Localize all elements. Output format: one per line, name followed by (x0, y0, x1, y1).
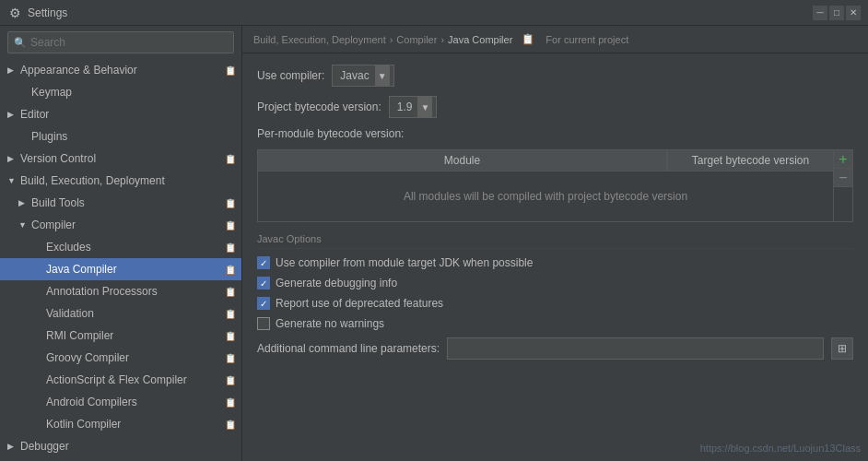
chevron-icon: ▼ (18, 220, 28, 230)
item-badge: 📋 (225, 397, 236, 408)
sidebar-item-excludes[interactable]: Excludes 📋 (0, 236, 241, 258)
maximize-button[interactable]: □ (829, 6, 844, 20)
table-col-module-header: Module (258, 150, 667, 171)
breadcrumb-part-2: Compiler (396, 34, 437, 45)
checkbox-debugging-label: Generate debugging info (276, 277, 397, 290)
chevron-icon: ▼ (7, 176, 17, 185)
item-badge: 📋 (225, 154, 236, 164)
project-bytecode-label: Project bytecode version: (257, 100, 381, 113)
sidebar-item-appearance[interactable]: ▶ Appearance & Behavior 📋 (0, 59, 241, 81)
search-box[interactable]: 🔍 (7, 31, 234, 53)
sidebar-item-keymap[interactable]: Keymap (0, 81, 241, 103)
sidebar-item-label: Debugger (20, 440, 69, 453)
item-badge: 📋 (225, 265, 236, 275)
chevron-icon: ▶ (7, 65, 17, 75)
sidebar-item-kotlin-compiler[interactable]: Kotlin Compiler 📋 (0, 413, 241, 435)
table-header: Module Target bytecode version (258, 150, 833, 171)
table-empty-message: All modules will be compiled with projec… (258, 171, 833, 221)
cmd-input[interactable] (447, 337, 824, 360)
sidebar-item-android-compilers[interactable]: Android Compilers 📋 (0, 391, 241, 413)
breadcrumb-part-1: Build, Execution, Deployment (253, 34, 386, 45)
main-container: 🔍 ▶ Appearance & Behavior 📋 Keymap ▶ Edi… (0, 26, 868, 461)
checkbox-debugging[interactable]: ✓ (257, 277, 270, 290)
search-input[interactable] (30, 36, 228, 49)
breadcrumb-for-project: For current project (545, 34, 628, 45)
sidebar: 🔍 ▶ Appearance & Behavior 📋 Keymap ▶ Edi… (0, 26, 242, 461)
sidebar-item-validation[interactable]: Validation 📋 (0, 302, 241, 325)
project-bytecode-dropdown-btn[interactable]: ▼ (417, 97, 432, 117)
sidebar-item-label: Compiler (31, 219, 76, 231)
checkbox-row-deprecated: ✓ Report use of deprecated features (257, 297, 853, 310)
sidebar-item-label: Android Compilers (46, 396, 137, 408)
item-badge: 📋 (225, 220, 236, 230)
sidebar-item-debugger[interactable]: ▶ Debugger (0, 435, 241, 457)
use-compiler-row: Use compiler: Javac ▼ (257, 65, 853, 87)
sidebar-item-rmi-compiler[interactable]: RMI Compiler 📋 (0, 325, 241, 347)
item-badge: 📋 (225, 242, 236, 253)
table-side-buttons: + − (833, 150, 852, 221)
item-badge: 📋 (225, 287, 236, 297)
sidebar-item-label: Keymap (31, 86, 72, 99)
sidebar-item-java-compiler[interactable]: Java Compiler 📋 (0, 258, 241, 280)
per-module-row: Per-module bytecode version: (257, 127, 853, 140)
checkbox-no-warnings[interactable] (257, 317, 270, 330)
checkbox-deprecated[interactable]: ✓ (257, 297, 270, 310)
table-remove-button[interactable]: − (834, 169, 852, 187)
use-compiler-label: Use compiler: (257, 69, 324, 82)
breadcrumb-sep-1: › (390, 34, 393, 45)
sidebar-item-label: Groovy Compiler (46, 351, 129, 364)
settings-icon: ⚙ (7, 6, 22, 20)
sidebar-item-label: Excludes (46, 241, 91, 254)
sidebar-item-label: ActionScript & Flex Compiler (46, 373, 187, 386)
sidebar-item-build-tools[interactable]: ▶ Build Tools 📋 (0, 192, 241, 214)
use-compiler-dropdown-btn[interactable]: ▼ (375, 65, 390, 86)
sidebar-item-actionscript-flex[interactable]: ActionScript & Flex Compiler 📋 (0, 369, 241, 391)
sidebar-item-label: RMI Compiler (46, 329, 113, 342)
cmd-expand-button[interactable]: ⊞ (831, 337, 853, 360)
sidebar-item-editor[interactable]: ▶ Editor (0, 103, 241, 125)
window-title: Settings (28, 6, 67, 19)
table-add-button[interactable]: + (834, 150, 852, 169)
sidebar-item-plugins[interactable]: Plugins (0, 125, 241, 148)
checkbox-row-use-compiler: ✓ Use compiler from module target JDK wh… (257, 256, 853, 269)
minimize-button[interactable]: ─ (813, 6, 827, 20)
checkbox-row-no-warnings: Generate no warnings (257, 317, 853, 330)
javac-options-label: Javac Options (257, 233, 853, 249)
sidebar-item-annotation-processors[interactable]: Annotation Processors 📋 (0, 280, 241, 302)
item-badge: 📋 (225, 65, 236, 76)
item-badge: 📋 (225, 198, 236, 208)
sidebar-item-label: Version Control (20, 152, 96, 165)
sidebar-item-label: Java Compiler (46, 263, 117, 276)
sidebar-item-label: Editor (20, 108, 49, 121)
check-icon: ✓ (260, 278, 267, 289)
project-bytecode-select[interactable]: 1.9 ▼ (389, 96, 438, 118)
sidebar-item-version-control[interactable]: ▶ Version Control 📋 (0, 148, 241, 170)
check-icon: ✓ (260, 299, 267, 309)
module-table-container: Module Target bytecode version All modul… (257, 149, 853, 222)
sidebar-item-label: Appearance & Behavior (20, 64, 137, 77)
item-badge: 📋 (225, 331, 236, 341)
use-compiler-select[interactable]: Javac ▼ (332, 65, 393, 87)
chevron-icon: ▶ (18, 198, 28, 207)
sidebar-item-deployment[interactable]: ▶ Deployment (0, 457, 241, 461)
cmd-label: Additional command line parameters: (257, 342, 440, 355)
project-bytecode-value: 1.9 (393, 100, 416, 113)
project-bytecode-row: Project bytecode version: 1.9 ▼ (257, 96, 853, 118)
checkbox-use-compiler[interactable]: ✓ (257, 256, 270, 269)
module-table: Module Target bytecode version All modul… (258, 150, 833, 221)
search-icon: 🔍 (14, 37, 27, 49)
sidebar-item-compiler[interactable]: ▼ Compiler 📋 (0, 214, 241, 236)
sidebar-item-label: Kotlin Compiler (46, 418, 121, 431)
title-bar: ⚙ Settings ─ □ ✕ (0, 0, 868, 26)
item-badge: 📋 (225, 309, 236, 319)
close-button[interactable]: ✕ (846, 6, 861, 20)
chevron-icon: ▶ (7, 154, 17, 163)
sidebar-item-groovy-compiler[interactable]: Groovy Compiler 📋 (0, 347, 241, 369)
checkbox-use-compiler-label: Use compiler from module target JDK when… (276, 256, 533, 269)
content-area: Build, Execution, Deployment › Compiler … (242, 26, 868, 461)
table-col-version-header: Target bytecode version (667, 150, 833, 171)
per-module-label: Per-module bytecode version: (257, 127, 404, 140)
sidebar-item-build-exec-deploy[interactable]: ▼ Build, Execution, Deployment (0, 170, 241, 192)
sidebar-item-label: Annotation Processors (46, 285, 158, 298)
window-controls: ─ □ ✕ (813, 6, 861, 20)
